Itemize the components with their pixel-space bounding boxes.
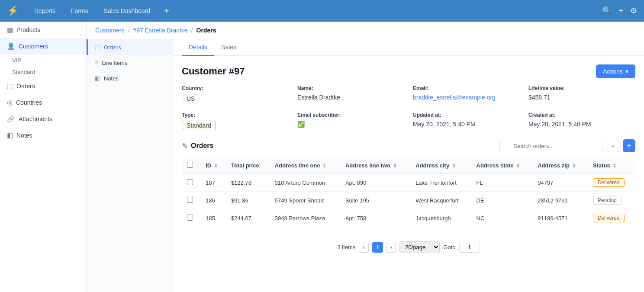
orders-search-input[interactable] xyxy=(499,140,603,152)
name-value: Estrella Bradtke xyxy=(297,94,340,101)
table-col-address-line-one[interactable]: Address line one ⇕ xyxy=(270,157,340,174)
table-col-id[interactable]: ID ⇕ xyxy=(200,157,226,174)
main-layout: ▦ Products 👤 Customers VIP Standard ⬚ Or… xyxy=(0,22,644,292)
breadcrumb-customers[interactable]: Customers xyxy=(95,27,125,34)
orders-title-text: Orders xyxy=(191,142,213,150)
customer-header: Customer #97 Actions ▾ xyxy=(173,56,644,85)
sub-nav: ⬚ Orders ≡ Line items ◧ Notes xyxy=(87,39,173,292)
country-value: US xyxy=(182,94,200,103)
row-select-checkbox[interactable] xyxy=(187,197,193,203)
row-status: Pending xyxy=(588,192,635,209)
row-checkbox[interactable] xyxy=(182,174,200,192)
row-total-price: $244.07 xyxy=(226,209,270,227)
pagination-page-1[interactable]: 1 xyxy=(372,242,383,253)
status-badge: Delivered xyxy=(593,178,625,187)
orders-title: ✎ Orders xyxy=(182,142,213,150)
pagination-prev[interactable]: ‹ xyxy=(359,242,368,253)
row-city: West Racquelfurt xyxy=(410,192,471,209)
table-col-total-price[interactable]: Total price xyxy=(226,157,270,174)
orders-icon: ⬚ xyxy=(7,82,13,90)
orders-table: ID ⇕ Total price Address line one ⇕ Addr… xyxy=(182,157,635,227)
email-label: Email: xyxy=(413,85,520,91)
search-icon[interactable]: 🔍 xyxy=(602,6,612,16)
table-col-city[interactable]: Address city ⇕ xyxy=(410,157,471,174)
nav-reports[interactable]: Reports xyxy=(31,6,59,16)
row-id: 186 xyxy=(200,192,226,209)
status-badge: Pending xyxy=(593,196,621,205)
table-row: 187 $122.78 318 Arturo Common Apt. 890 L… xyxy=(182,174,635,192)
row-city: Jacquesburgh xyxy=(410,209,471,227)
row-state: FL xyxy=(471,174,533,192)
tabs: Details Sales xyxy=(173,39,644,56)
settings-icon[interactable]: ⚙ xyxy=(630,6,637,16)
orders-header: ✎ Orders 🔍 ▿ + xyxy=(182,139,635,152)
table-header-checkbox xyxy=(182,157,200,174)
pagination-next[interactable]: › xyxy=(386,242,396,253)
sidebar-item-standard[interactable]: Standard xyxy=(0,66,86,78)
row-address-line2: Suite 195 xyxy=(340,192,410,209)
nav-add-button[interactable]: + xyxy=(164,6,169,16)
nav-sales-dashboard[interactable]: Sales Dashboard xyxy=(100,6,154,16)
status-badge: Delivered xyxy=(593,214,625,222)
sidebar-item-vip[interactable]: VIP xyxy=(0,55,86,66)
add-icon[interactable]: + xyxy=(618,6,623,16)
pagination-goto-label: Goto xyxy=(443,244,455,250)
row-zip: 28512-9761 xyxy=(532,192,588,209)
field-updated-at: Updated at: May 20, 2021, 5:40 PM xyxy=(413,112,520,130)
orders-filter-button[interactable]: ▿ xyxy=(607,140,619,152)
row-checkbox[interactable] xyxy=(182,209,200,227)
orders-add-button[interactable]: + xyxy=(623,139,635,152)
name-label: Name: xyxy=(297,85,404,91)
pagination-goto-input[interactable] xyxy=(459,242,480,253)
sidebar: ▦ Products 👤 Customers VIP Standard ⬚ Or… xyxy=(0,22,87,292)
sub-nav-orders[interactable]: ⬚ Orders xyxy=(87,39,173,55)
tab-sales[interactable]: Sales xyxy=(214,39,243,56)
sidebar-item-countries[interactable]: ◎ Countries xyxy=(0,94,86,111)
pagination: 3 items ‹ 1 › 20/page 50/page 100/page G… xyxy=(173,236,644,258)
field-name: Name: Estrella Bradtke xyxy=(297,85,404,103)
row-select-checkbox[interactable] xyxy=(187,215,193,221)
row-status: Delivered xyxy=(588,209,635,227)
breadcrumb-sep-2: / xyxy=(191,27,193,34)
row-state: DE xyxy=(471,192,533,209)
select-all-checkbox[interactable] xyxy=(187,162,193,168)
row-state: NC xyxy=(471,209,533,227)
search-bar: 🔍 ▿ + xyxy=(499,139,635,152)
sidebar-item-products[interactable]: ▦ Products xyxy=(0,22,86,38)
field-created-at: Created at: May 20, 2021, 5:40 PM xyxy=(528,112,635,130)
table-col-status[interactable]: Status ⇕ xyxy=(588,157,635,174)
search-wrap: 🔍 xyxy=(499,140,603,152)
pagination-per-page[interactable]: 20/page 50/page 100/page xyxy=(399,241,440,253)
table-col-state[interactable]: Address state ⇕ xyxy=(471,157,533,174)
tab-details[interactable]: Details xyxy=(182,39,214,56)
sub-nav-notes[interactable]: ◧ Notes xyxy=(87,71,173,86)
table-col-address-line-two[interactable]: Address line two ⇕ xyxy=(340,157,410,174)
countries-icon: ◎ xyxy=(7,99,13,106)
row-checkbox[interactable] xyxy=(182,192,200,209)
top-nav-right: 🔍 + ⚙ xyxy=(602,6,637,16)
table-col-zip[interactable]: Address zip ⇕ xyxy=(532,157,588,174)
breadcrumb-customer-name[interactable]: #97 Estrella Bradtke xyxy=(133,27,188,34)
sidebar-item-orders-label: Orders xyxy=(16,83,35,90)
breadcrumb-sep-1: / xyxy=(128,27,130,34)
actions-label: Actions xyxy=(603,68,623,75)
sidebar-item-orders[interactable]: ⬚ Orders xyxy=(0,78,86,94)
actions-button[interactable]: Actions ▾ xyxy=(596,64,635,78)
orders-edit-icon[interactable]: ✎ xyxy=(182,142,187,150)
detail-panel: Details Sales Customer #97 Actions ▾ Cou… xyxy=(173,39,644,292)
row-total-price: $122.78 xyxy=(226,174,270,192)
sidebar-item-notes[interactable]: ◧ Notes xyxy=(0,127,86,144)
row-select-checkbox[interactable] xyxy=(187,179,193,185)
sidebar-item-customers[interactable]: 👤 Customers xyxy=(0,38,86,55)
email-value[interactable]: bradtke_estrella@example.org xyxy=(413,94,496,101)
customer-info: Country: US Name: Estrella Bradtke Email… xyxy=(173,85,644,139)
pagination-total: 3 items xyxy=(337,244,355,250)
customers-icon: 👤 xyxy=(7,42,15,50)
sub-nav-lineitems[interactable]: ≡ Line items xyxy=(87,55,173,71)
sub-nav-notes-label: Notes xyxy=(104,75,119,82)
row-address-line1: 3948 Barrows Plaza xyxy=(270,209,340,227)
sidebar-item-products-label: Products xyxy=(16,26,40,33)
sidebar-item-attachments[interactable]: 🔗 Attachments xyxy=(0,111,86,127)
nav-forms[interactable]: Forms xyxy=(68,6,92,16)
type-label: Type: xyxy=(182,112,289,118)
